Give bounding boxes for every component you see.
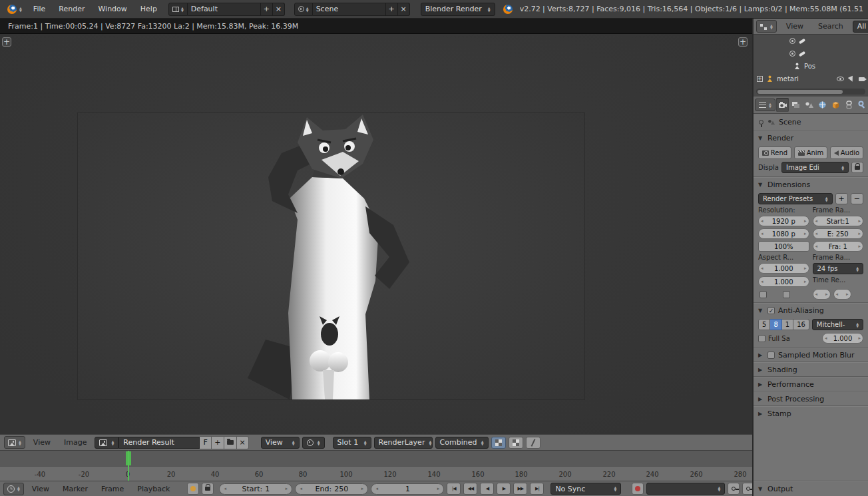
menu-window[interactable]: Window [92,5,132,13]
aa-samples-11-button[interactable]: 1 [782,319,793,330]
browse-layouts-button[interactable]: ▲▼ [168,3,188,16]
output-panel-header[interactable]: ▼ Output [754,481,868,496]
tab-render-layers[interactable] [789,98,802,112]
renderable-camera-icon[interactable] [859,77,865,81]
image-name-field[interactable]: Render Result [118,437,200,449]
next-keyframe-button[interactable]: ▶▶ [513,483,527,495]
frame-start-field[interactable]: ◂ Start:1 ▸ [219,483,292,495]
increment-icon[interactable]: ▸ [286,486,288,491]
decrement-icon[interactable]: ◂ [224,486,226,491]
auto-keyframe-button[interactable] [187,483,199,495]
menu-image[interactable]: Image [59,438,92,447]
post-processing-panel-header[interactable]: ▶ Post Processing [754,391,868,406]
expand-region-icon[interactable]: + [738,37,748,47]
resolution-y-field[interactable]: 1080 p [758,228,809,239]
timeline-ruler[interactable]: -40 -20 0 20 40 60 80 100 120 140 160 18… [0,466,752,481]
tab-constraints[interactable] [843,98,855,112]
aa-filter-dropdown[interactable]: Mitchell- ▲▼ [812,319,863,330]
add-scene-button[interactable]: + [386,3,398,16]
display-mode-dropdown[interactable]: Image Edi ▲▼ [781,162,849,173]
current-frame-field[interactable]: ◂ 1 ▸ [371,483,444,495]
previous-keyframe-button[interactable]: ◀◀ [463,483,477,495]
render-engine-dropdown[interactable]: Blender Render ▲▼ [421,3,495,16]
jump-to-start-button[interactable]: |◀ [447,483,461,495]
render-presets-dropdown[interactable]: Render Presets ▲▼ [758,193,833,204]
outliner-row[interactable] [754,35,868,47]
menu-view[interactable]: View [27,485,55,493]
expand-icon[interactable]: + [757,76,763,82]
pivot-dropdown[interactable]: ▲▼ [302,437,325,449]
tab-world[interactable] [816,98,829,112]
outliner-row-pose[interactable]: Pos [754,60,868,73]
timeline-area[interactable]: -40 -20 0 20 40 60 80 100 120 140 160 18… [0,450,752,481]
decrement-icon[interactable]: ◂ [300,486,302,491]
draw-channel-color-button[interactable] [491,437,506,449]
sync-mode-dropdown[interactable]: No Sync ▲▼ [550,483,621,495]
play-button[interactable]: ▶ [497,483,511,495]
delete-scene-button[interactable]: × [398,3,410,16]
aspect-x-field[interactable]: 1.000 [758,263,809,274]
aa-samples-5-button[interactable]: 5 [758,319,770,330]
render-panel-header[interactable]: ▼ Render [754,130,868,145]
aa-samples-8-button[interactable]: 8 [770,319,781,330]
menu-help[interactable]: Help [134,5,163,13]
frame-end-field[interactable]: ◂ End:250 ▸ [295,483,368,495]
increment-icon[interactable]: ▸ [437,486,440,491]
browse-image-button[interactable]: ▲▼ [95,437,118,449]
editor-type-button[interactable]: ▲▼ [756,20,777,33]
remove-preset-button[interactable]: − [851,193,863,204]
filter-size-field[interactable]: 1.000 [822,333,863,344]
resolution-x-field[interactable]: 1920 p [758,216,809,226]
frame-step-field[interactable]: Fra: 1 [813,241,864,252]
fake-user-button[interactable]: F [200,436,212,449]
outliner-scrollbar[interactable] [756,89,865,95]
full-sample-checkbox[interactable] [758,335,765,342]
time-remap-new-field[interactable] [833,289,851,300]
draw-channel-alpha-button[interactable] [526,437,541,449]
tab-scene[interactable] [803,98,815,112]
keying-set-dropdown[interactable]: ▲▼ [646,483,725,495]
visibility-eye-icon[interactable] [837,77,844,81]
browse-scenes-button[interactable]: ▲▼ [294,3,313,16]
draw-channel-color-alpha-button[interactable] [509,437,523,449]
dimensions-panel-header[interactable]: ▼ Dimensions [754,177,868,192]
menu-marker[interactable]: Marker [57,485,93,493]
render-audio-button[interactable]: Audio [830,146,863,159]
scrollbar-thumb[interactable] [758,90,843,94]
open-image-button[interactable] [224,436,237,449]
editor-type-button[interactable]: ▲▼ [755,99,775,111]
stamp-panel-header[interactable]: ▶ Stamp [754,406,868,421]
anti-aliasing-panel-header[interactable]: ▼ Anti-Aliasing [754,303,868,318]
outliner-row[interactable] [754,47,868,60]
tab-object[interactable] [829,98,842,112]
outliner-row-metarig[interactable]: + metari [754,73,868,85]
shading-panel-header[interactable]: ▶ Shading [754,362,868,377]
record-button[interactable] [632,483,644,495]
sampled-motion-blur-checkbox[interactable] [767,352,775,359]
playhead-line[interactable] [128,451,129,481]
menu-search[interactable]: Search [813,22,849,31]
increment-icon[interactable]: ▸ [361,486,364,491]
add-layout-button[interactable]: + [261,3,273,16]
fps-dropdown[interactable]: 24 fps ▲▼ [813,263,864,274]
slot-dropdown[interactable]: Slot 1 ▲▼ [333,437,371,449]
time-remap-old-field[interactable] [813,289,831,300]
editor-mode-dropdown[interactable]: View ▲▼ [261,437,300,449]
play-reverse-button[interactable]: ◀ [480,483,494,495]
aa-samples-16-button[interactable]: 16 [793,319,809,330]
resolution-percentage-button[interactable]: 100% [758,241,809,252]
lock-interface-button[interactable] [851,162,863,173]
anti-aliasing-checkbox[interactable] [767,307,775,314]
menu-playback[interactable]: Playback [132,485,175,493]
editor-type-button[interactable]: ▲▼ [3,483,24,495]
menu-frame[interactable]: Frame [96,485,129,493]
menu-view[interactable]: View [781,22,809,31]
image-editor-viewport[interactable]: + + [0,34,752,434]
unlink-image-button[interactable]: × [237,436,249,449]
lock-button[interactable] [202,483,214,495]
editor-type-button[interactable]: ▲▼ [4,436,25,449]
expand-region-icon[interactable]: + [2,37,11,47]
selectable-cursor-icon[interactable] [848,75,855,83]
insert-keyframe-button[interactable] [728,483,740,495]
decrement-icon[interactable]: ◂ [375,486,378,491]
